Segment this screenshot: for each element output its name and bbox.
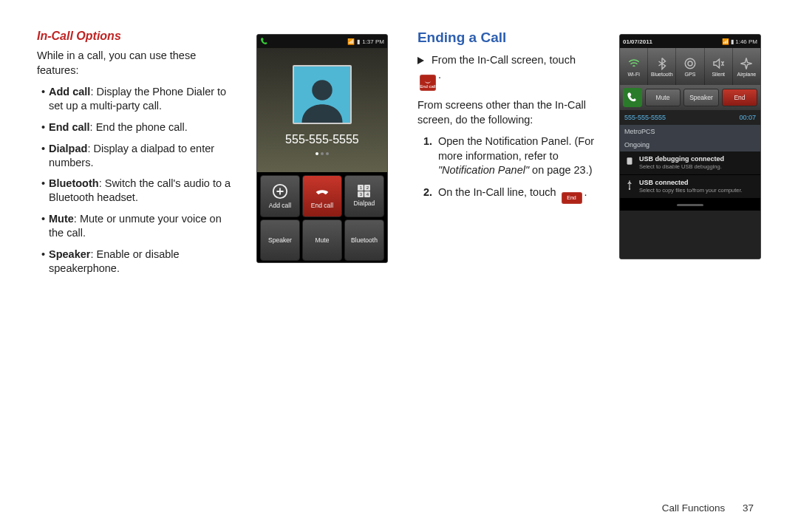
svg-rect-4 (627, 157, 632, 164)
dialpad-icon: 1234 (358, 185, 370, 197)
dialpad-button[interactable]: 1234 Dialpad (344, 175, 384, 217)
end-call-button[interactable]: End call (302, 175, 342, 217)
contact-avatar (293, 65, 352, 124)
airplane-toggle[interactable]: Airplane (733, 48, 760, 85)
gps-toggle[interactable]: GPS (676, 48, 704, 85)
ending-steps: Open the Notification Panel. (For more i… (417, 134, 597, 203)
bluetooth-toggle[interactable]: Bluetooth (648, 48, 676, 85)
list-item: Add call: Display the Phone Dialer to se… (41, 85, 234, 113)
add-call-button[interactable]: Add call (260, 175, 300, 217)
signal-icon: 📶 (347, 38, 355, 45)
end-call-inline-icon: ⏝End call (420, 75, 436, 91)
feature-list: Add call: Display the Phone Dialer to se… (37, 85, 234, 275)
speaker-button[interactable]: Speaker (683, 89, 719, 106)
in-call-row: Mute Speaker End (620, 85, 760, 110)
phone-number: 555-555-5555 (285, 133, 359, 146)
silent-icon (712, 57, 725, 70)
wifi-icon (627, 57, 641, 70)
airplane-icon (740, 57, 753, 70)
left-column: In-Call Options While in a call, you can… (37, 30, 234, 282)
page-dots (316, 152, 329, 155)
in-call-intro: While in a call, you can use these featu… (37, 49, 234, 78)
right-column: Ending a Call From the In-Call screen, t… (417, 30, 597, 282)
usb-icon (624, 180, 635, 190)
call-number: 555-555-5555 (624, 114, 666, 121)
quick-toggles: Wi-Fi Bluetooth GPS Silent Airplane (620, 48, 760, 85)
status-time: 1:46 PM (735, 38, 757, 45)
in-call-button-grid: Add call End call 1234 Dialpad Speaker M… (257, 172, 387, 263)
list-item: Bluetooth: Switch the call's audio to a … (41, 177, 234, 205)
ending-line-1: From the In-Call screen, touch ⏝End call… (417, 53, 597, 91)
list-item: Mute: Mute or unmute your voice on the c… (41, 212, 234, 240)
silent-toggle[interactable]: Silent (705, 48, 733, 85)
step-2: On the In-Call line, touch End. (428, 185, 597, 204)
hangup-icon (314, 183, 330, 200)
status-time: 1:37 PM (362, 38, 384, 45)
footer-section: Call Functions (662, 502, 726, 514)
svg-point-5 (629, 188, 630, 190)
list-item: Dialpad: Display a dialpad to enter numb… (41, 142, 234, 170)
list-item: Speaker: Enable or disable speakerphone. (41, 248, 234, 276)
status-date: 01/07/2011 (623, 38, 652, 45)
footer-page-number: 37 (743, 502, 754, 514)
wifi-toggle[interactable]: Wi-Fi (620, 48, 648, 85)
notification-panel-screenshot: 01/07/2011 📶 ▮ 1:46 PM Wi-Fi Bluetooth G… (619, 30, 761, 282)
notification-item[interactable]: USB connected Select to copy files to/fr… (620, 175, 760, 199)
panel-drag-handle[interactable] (620, 199, 760, 211)
battery-icon: ▮ (357, 38, 360, 45)
speaker-button[interactable]: Speaker (260, 219, 300, 262)
svg-point-2 (688, 61, 692, 66)
triangle-bullet-icon (417, 57, 424, 64)
end-inline-icon: End (562, 192, 582, 204)
call-duration: 00:07 (739, 114, 756, 121)
bluetooth-icon (655, 57, 669, 70)
active-call-icon (623, 88, 642, 107)
in-call-options-heading: In-Call Options (37, 30, 234, 43)
svg-point-0 (312, 80, 332, 100)
mute-button[interactable]: Mute (302, 219, 342, 262)
usb-debug-icon (624, 156, 635, 166)
end-button[interactable]: End (722, 89, 757, 106)
status-bar: 01/07/2011 📶 ▮ 1:46 PM (620, 35, 760, 48)
status-bar: 📶 ▮ 1:37 PM (257, 35, 387, 48)
ongoing-header: Ongoing (620, 138, 760, 151)
call-info-row: 555-555-5555 00:07 (620, 110, 760, 125)
in-call-screenshot: 📶 ▮ 1:37 PM 555-555-5555 Add call (256, 30, 388, 282)
svg-point-3 (685, 58, 695, 69)
list-item: End call: End the phone call. (41, 120, 234, 134)
mute-button[interactable]: Mute (645, 89, 681, 106)
notification-item[interactable]: USB debugging connected Select to disabl… (620, 151, 760, 175)
ending-call-heading: Ending a Call (417, 30, 597, 46)
step-1: Open the Notification Panel. (For more i… (428, 134, 597, 178)
phone-icon (260, 37, 269, 46)
plus-icon (272, 183, 288, 200)
carrier-header: MetroPCS (620, 125, 760, 138)
ending-line-2: From screens other than the In-Call scre… (417, 98, 597, 127)
gps-icon (683, 57, 697, 70)
bluetooth-button[interactable]: Bluetooth (344, 219, 384, 262)
page-footer: Call Functions 37 (662, 502, 754, 514)
